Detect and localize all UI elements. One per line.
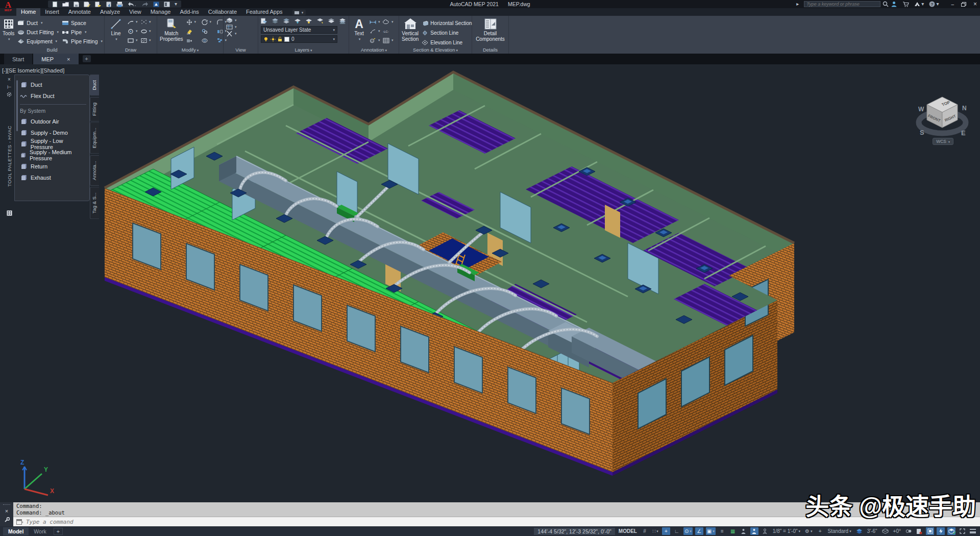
object-snap-toggle[interactable]: ▣: [706, 527, 716, 535]
save-to-web-icon[interactable]: [164, 2, 170, 7]
hatch-tool[interactable]: [141, 36, 154, 45]
hardware-acceleration-button[interactable]: [937, 527, 945, 535]
equipment-button[interactable]: Equipment: [17, 37, 59, 45]
table-tool[interactable]: [383, 36, 396, 45]
palette-properties-icon[interactable]: [7, 92, 12, 100]
help-menu[interactable]: ? ▾: [929, 1, 939, 7]
desktop-analytics-button[interactable]: ✓: [947, 527, 955, 535]
palette-item-supply-low[interactable]: Supply - Low Pressure: [20, 138, 86, 150]
application-menu-button[interactable]: A MEP: [2, 1, 14, 15]
section-line-button[interactable]: Section Line: [422, 29, 472, 37]
palette-title-strip[interactable]: × ⊢ TOOL PALETTES - HVAC: [4, 75, 14, 220]
model-viewport[interactable]: [-][SE Isometric][Shaded] × ⊢ TOOL PALET…: [0, 64, 980, 526]
display-configuration-button[interactable]: Standard: [827, 527, 852, 535]
copy-tool[interactable]: [202, 27, 217, 36]
palette-tab-annotation[interactable]: Annota...: [90, 155, 99, 186]
palette-close-icon[interactable]: ×: [8, 77, 11, 84]
lineweight-toggle[interactable]: ≡: [718, 527, 726, 535]
elevation-icon[interactable]: [881, 527, 890, 535]
search-icon[interactable]: [883, 1, 889, 7]
revision-cloud-tool[interactable]: [383, 17, 396, 27]
rectangle-tool[interactable]: [128, 36, 141, 45]
palette-item-return[interactable]: Return: [20, 161, 86, 172]
palette-tab-fitting[interactable]: Fitting: [90, 97, 99, 121]
tab-insert[interactable]: Insert: [40, 8, 64, 16]
ellipse-tool[interactable]: [141, 27, 154, 36]
layer-properties-icon[interactable]: [261, 18, 267, 24]
file-tab-mep[interactable]: MEP ×: [33, 54, 78, 64]
palette-item-flex-duct[interactable]: Flex Duct: [20, 90, 86, 102]
tab-collaborate[interactable]: Collaborate: [204, 8, 241, 16]
add-scales-button[interactable]: +: [816, 527, 824, 535]
layer-off-icon[interactable]: [305, 18, 312, 24]
panel-label-build[interactable]: Build: [0, 47, 104, 54]
command-drag-handle[interactable]: [3, 504, 10, 505]
workspace-dropdown[interactable]: [292, 10, 306, 15]
current-layer-dropdown[interactable]: 0: [261, 35, 337, 43]
elevation-value[interactable]: +0°: [892, 527, 902, 535]
app-store-cart-icon[interactable]: [902, 2, 909, 7]
isodraft-toggle[interactable]: ∠: [695, 527, 703, 535]
point-tool[interactable]: [141, 17, 154, 27]
centerline-tool[interactable]: -LC-: [383, 27, 396, 36]
save-icon[interactable]: [74, 2, 79, 7]
layer-previous-icon[interactable]: [328, 18, 335, 24]
text-button[interactable]: A Text: [352, 17, 366, 47]
restore-button[interactable]: [961, 2, 966, 7]
leader-tool[interactable]: [370, 27, 383, 36]
annotation-monitor-toggle[interactable]: [761, 527, 769, 535]
sign-in-user-icon[interactable]: [891, 1, 897, 7]
dimension-tool[interactable]: [370, 17, 383, 27]
panel-label-layers[interactable]: Layers: [258, 47, 349, 54]
search-input[interactable]: [804, 1, 880, 7]
palette-item-outdoor-air[interactable]: Outdoor Air: [20, 116, 86, 127]
pipe-button[interactable]: Pipe: [62, 28, 103, 36]
command-close-icon[interactable]: ×: [5, 508, 8, 514]
grid-mode-toggle[interactable]: #: [641, 527, 649, 535]
open-file-icon[interactable]: [62, 2, 69, 7]
graphics-performance-button[interactable]: [915, 527, 923, 535]
vertical-section-button[interactable]: VerticalSection: [402, 17, 419, 47]
3d-object-snap-toggle[interactable]: [750, 527, 758, 535]
palette-item-supply-medium[interactable]: Supply - Medium Pressure: [20, 150, 86, 161]
tab-featured-apps[interactable]: Featured Apps: [241, 8, 287, 16]
palette-item-supply-demo[interactable]: Supply - Demo: [20, 127, 86, 138]
workspace-gear-button[interactable]: ⚙: [804, 527, 813, 535]
rotate-tool[interactable]: [202, 17, 217, 27]
space-button[interactable]: Space: [62, 18, 103, 27]
circle-tool[interactable]: [128, 27, 141, 36]
print-icon[interactable]: [116, 2, 123, 7]
layer-freeze-icon[interactable]: [294, 18, 301, 24]
annotation-tools[interactable]: ∞: [370, 36, 383, 45]
move-tool[interactable]: [186, 17, 202, 27]
file-tab-start[interactable]: Start: [4, 54, 32, 64]
autodesk-access-button[interactable]: [926, 527, 934, 535]
compass-south[interactable]: S: [920, 129, 924, 136]
view-cube-body[interactable]: TOP FRONT RIGHT: [927, 97, 958, 128]
pipe-fitting-button[interactable]: Pipe Fitting: [62, 37, 103, 45]
polar-tracking-toggle[interactable]: ⊙: [683, 527, 693, 535]
compass-west[interactable]: W: [918, 106, 924, 113]
panel-label-annotation[interactable]: Annotation: [349, 47, 399, 54]
search-expand-icon[interactable]: ▸: [796, 2, 799, 7]
offset-tool[interactable]: [202, 36, 217, 45]
tools-button[interactable]: Tools: [3, 17, 14, 47]
new-drawing-tab-button[interactable]: +: [83, 55, 91, 62]
customization-menu-button[interactable]: [969, 527, 977, 535]
model-space-button[interactable]: MODEL: [618, 527, 638, 535]
duct-fitting-button[interactable]: Duct Fitting: [17, 28, 59, 36]
erase-tool[interactable]: [186, 27, 202, 36]
wcs-dropdown[interactable]: WCS▾: [933, 138, 953, 145]
autodesk-app-menu[interactable]: ▾: [914, 2, 924, 7]
cut-plane-height[interactable]: 3'-6": [866, 527, 878, 535]
named-views-tool[interactable]: [226, 24, 237, 30]
minimize-button[interactable]: –: [951, 2, 954, 7]
coordinates-readout[interactable]: 144'-4 5/32", 12'-3 25/32", 0'-0": [534, 528, 615, 535]
annotation-scale-button[interactable]: 1/8" = 1'-0": [772, 527, 801, 535]
palette-item-exhaust[interactable]: Exhaust: [20, 172, 86, 183]
viewport-config-tool[interactable]: [226, 31, 237, 37]
object-snap-tracking-toggle[interactable]: [740, 527, 748, 535]
transparency-toggle[interactable]: ▦: [729, 527, 737, 535]
dynamic-input-toggle[interactable]: +: [662, 527, 670, 535]
line-button[interactable]: Line: [107, 17, 125, 47]
